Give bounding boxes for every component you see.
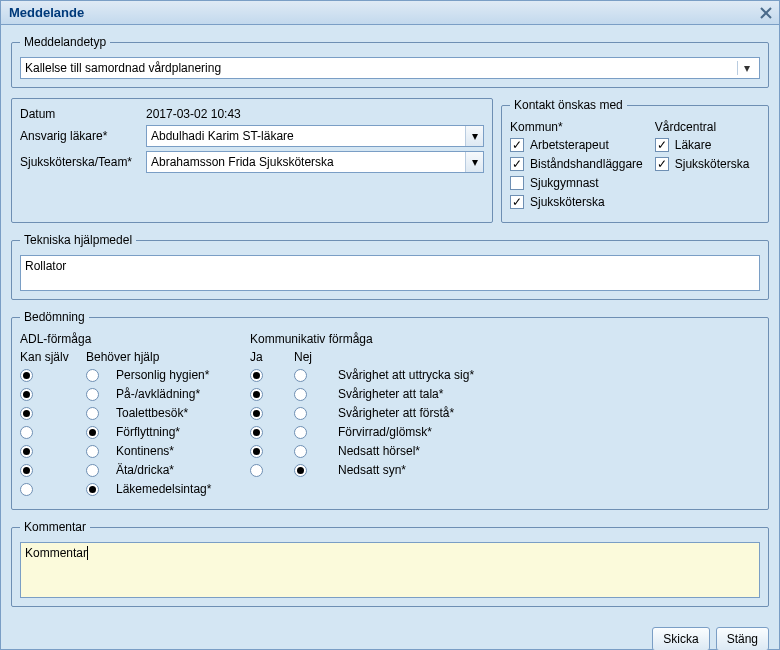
komm-radio-opt1[interactable]	[250, 464, 263, 477]
bedomning-legend: Bedömning	[20, 310, 89, 324]
adl-radio-opt2[interactable]	[86, 369, 99, 382]
komm-radio-opt2[interactable]	[294, 369, 307, 382]
komm-row-label: Svårighet att uttrycka sig*	[338, 368, 474, 382]
komm-radio-opt1[interactable]	[250, 426, 263, 439]
komm-head-2: Nej	[294, 350, 338, 364]
adl-head-2: Behöver hjälp	[86, 350, 196, 364]
adl-radio-opt2[interactable]	[86, 464, 99, 477]
checkbox-icon	[655, 157, 669, 171]
komm-row-label: Nedsatt syn*	[338, 463, 406, 477]
adl-row-label: Äta/dricka*	[116, 463, 174, 477]
kommun-label: Arbetsterapeut	[530, 138, 609, 152]
adl-row-label: Förflyttning*	[116, 425, 180, 439]
meddelandetyp-legend: Meddelandetyp	[20, 35, 110, 49]
chevron-down-icon: ▾	[465, 152, 483, 172]
komm-radio-opt2[interactable]	[294, 464, 307, 477]
meddelandetyp-select[interactable]: Kallelse till samordnad vårdplanering ▾	[20, 57, 760, 79]
ansvarig-value: Abdulhadi Karim ST-läkare	[151, 129, 465, 143]
kommentar-group: Kommentar Kommentar	[11, 520, 769, 607]
titlebar: Meddelande	[1, 1, 779, 25]
details-group: Datum 2017-03-02 10:43 Ansvarig läkare* …	[11, 98, 493, 223]
vardcentral-col: Vårdcentral LäkareSjuksköterska	[655, 120, 760, 214]
komm-row-label: Förvirrad/glömsk*	[338, 425, 432, 439]
adl-radio-opt2[interactable]	[86, 426, 99, 439]
komm-radio-opt2[interactable]	[294, 407, 307, 420]
adl-radio-opt1[interactable]	[20, 426, 33, 439]
vardcentral-item[interactable]: Läkare	[655, 138, 760, 152]
komm-row: Nedsatt hörsel*	[250, 444, 510, 458]
datum-value: 2017-03-02 10:43	[146, 107, 241, 121]
adl-radio-opt2[interactable]	[86, 388, 99, 401]
komm-radio-opt1[interactable]	[250, 369, 263, 382]
adl-label: ADL-förmåga	[20, 332, 220, 346]
kommun-item[interactable]: Sjukgymnast	[510, 176, 643, 190]
tekniska-legend: Tekniska hjälpmedel	[20, 233, 136, 247]
footer: Skicka Stäng	[1, 623, 779, 650]
adl-row: Toalettbesök*	[20, 406, 220, 420]
datum-label: Datum	[20, 107, 146, 121]
komm-radio-opt1[interactable]	[250, 407, 263, 420]
komm-radio-opt1[interactable]	[250, 445, 263, 458]
ansvarig-label: Ansvarig läkare*	[20, 129, 146, 143]
vardcentral-label: Sjuksköterska	[675, 157, 750, 171]
adl-row-label: Toalettbesök*	[116, 406, 188, 420]
adl-row: Personlig hygien*	[20, 368, 220, 382]
komm-row-label: Nedsatt hörsel*	[338, 444, 420, 458]
meddelandetyp-group: Meddelandetyp Kallelse till samordnad vå…	[11, 35, 769, 88]
vardcentral-item[interactable]: Sjuksköterska	[655, 157, 760, 171]
kommun-label: Biståndshandläggare	[530, 157, 643, 171]
kommun-label: Sjuksköterska	[530, 195, 605, 209]
adl-row-label: Läkemedelsintag*	[116, 482, 211, 496]
adl-radio-opt2[interactable]	[86, 407, 99, 420]
adl-row-label: Kontinens*	[116, 444, 174, 458]
meddelandetyp-value: Kallelse till samordnad vårdplanering	[25, 61, 221, 75]
ansvarig-select[interactable]: Abdulhadi Karim ST-läkare ▾	[146, 125, 484, 147]
vardcentral-label: Läkare	[675, 138, 712, 152]
komm-row-label: Svårigheter att förstå*	[338, 406, 454, 420]
checkbox-icon	[510, 176, 524, 190]
tekniska-textarea[interactable]: Rollator	[20, 255, 760, 291]
adl-col: ADL-förmåga Kan själv Behöver hjälp Pers…	[20, 332, 220, 501]
komm-row-label: Svårigheter att tala*	[338, 387, 443, 401]
kontakt-legend: Kontakt önskas med	[510, 98, 627, 112]
adl-radio-opt1[interactable]	[20, 407, 33, 420]
komm-label: Kommunikativ förmåga	[250, 332, 510, 346]
adl-radio-opt1[interactable]	[20, 445, 33, 458]
kommun-label: Kommun*	[510, 120, 643, 134]
sjukskoterska-select[interactable]: Abrahamsson Frida Sjuksköterska ▾	[146, 151, 484, 173]
kommun-item[interactable]: Biståndshandläggare	[510, 157, 643, 171]
checkbox-icon	[510, 157, 524, 171]
chevron-down-icon: ▾	[465, 126, 483, 146]
adl-radio-opt1[interactable]	[20, 388, 33, 401]
kommentar-textarea[interactable]: Kommentar	[20, 542, 760, 598]
komm-radio-opt1[interactable]	[250, 388, 263, 401]
close-button[interactable]: Stäng	[716, 627, 769, 650]
dialog-window: Meddelande Meddelandetyp Kallelse till s…	[0, 0, 780, 650]
komm-col: Kommunikativ förmåga Ja Nej Svårighet at…	[250, 332, 510, 501]
komm-radio-opt2[interactable]	[294, 388, 307, 401]
chevron-down-icon: ▾	[737, 61, 755, 75]
adl-radio-opt2[interactable]	[86, 483, 99, 496]
adl-radio-opt1[interactable]	[20, 369, 33, 382]
send-button[interactable]: Skicka	[652, 627, 709, 650]
komm-radio-opt2[interactable]	[294, 426, 307, 439]
adl-row: Läkemedelsintag*	[20, 482, 220, 496]
kommun-label: Sjukgymnast	[530, 176, 599, 190]
kommun-item[interactable]: Arbetsterapeut	[510, 138, 643, 152]
kommun-item[interactable]: Sjuksköterska	[510, 195, 643, 209]
adl-row: Kontinens*	[20, 444, 220, 458]
vardcentral-label: Vårdcentral	[655, 120, 760, 134]
adl-radio-opt2[interactable]	[86, 445, 99, 458]
adl-radio-opt1[interactable]	[20, 483, 33, 496]
adl-radio-opt1[interactable]	[20, 464, 33, 477]
komm-radio-opt2[interactable]	[294, 445, 307, 458]
adl-row: På-/avklädning*	[20, 387, 220, 401]
adl-row-label: På-/avklädning*	[116, 387, 200, 401]
close-icon[interactable]	[757, 4, 775, 22]
komm-row: Svårigheter att tala*	[250, 387, 510, 401]
komm-row: Nedsatt syn*	[250, 463, 510, 477]
content: Meddelandetyp Kallelse till samordnad vå…	[1, 25, 779, 623]
tekniska-group: Tekniska hjälpmedel Rollator	[11, 233, 769, 300]
adl-row: Äta/dricka*	[20, 463, 220, 477]
adl-row-label: Personlig hygien*	[116, 368, 209, 382]
